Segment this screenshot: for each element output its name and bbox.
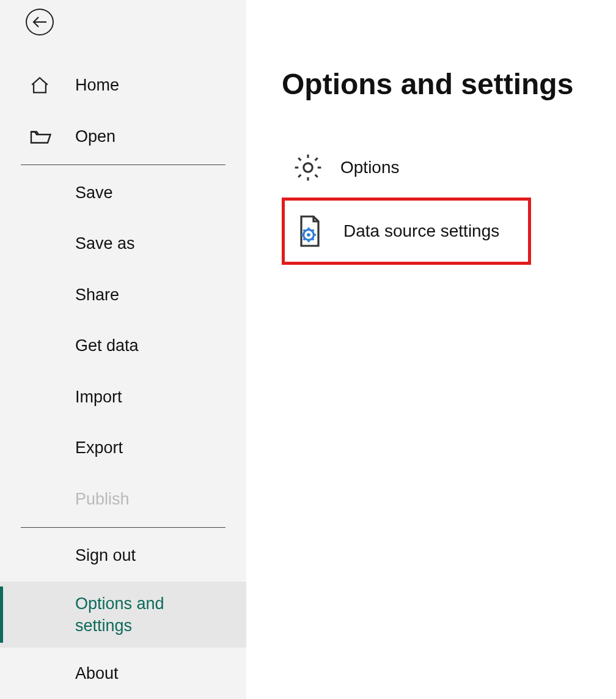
sidebar-item-label: Home [75, 76, 119, 95]
divider [21, 527, 226, 528]
sidebar-item-about[interactable]: About [0, 648, 246, 698]
sidebar-item-share[interactable]: Share [0, 270, 246, 320]
home-icon [29, 75, 50, 96]
main-panel: Options and settings Options [246, 0, 616, 699]
sidebar-item-label: Save as [75, 234, 135, 253]
sidebar-item-save-as[interactable]: Save as [0, 218, 246, 269]
sidebar-item-label: Import [75, 388, 122, 407]
svg-line-8 [304, 230, 305, 231]
sidebar-item-sign-out[interactable]: Sign out [0, 530, 246, 581]
option-label: Options [340, 158, 400, 177]
option-options[interactable]: Options [282, 138, 531, 198]
svg-line-10 [304, 239, 305, 240]
divider [21, 165, 226, 165]
sidebar-item-label: Publish [75, 490, 130, 509]
sidebar-item-home[interactable]: Home [0, 60, 246, 111]
svg-point-3 [307, 233, 310, 237]
sidebar-item-import[interactable]: Import [0, 372, 246, 423]
sidebar-item-open[interactable]: Open [0, 111, 246, 161]
svg-line-11 [312, 230, 314, 231]
svg-point-1 [304, 163, 312, 172]
sidebar-item-label: Get data [75, 336, 139, 355]
option-label: Data source settings [343, 221, 499, 241]
sidebar-item-options-and-settings[interactable]: Options and settings [0, 582, 246, 648]
sidebar-item-label: About [75, 664, 119, 683]
sidebar-item-label: Options and settings [75, 593, 204, 637]
document-gear-icon [295, 214, 325, 248]
sidebar-item-save[interactable]: Save [0, 168, 246, 218]
gear-icon [292, 151, 324, 184]
sidebar-item-label: Open [75, 127, 116, 146]
page-title: Options and settings [282, 67, 616, 101]
sidebar: Home Open Save Save as Share Get data Im… [0, 0, 246, 699]
svg-line-9 [312, 239, 314, 240]
arrow-left-icon [32, 15, 48, 29]
sidebar-item-publish: Publish [0, 474, 246, 525]
folder-open-icon [29, 127, 51, 146]
sidebar-item-label: Share [75, 286, 119, 305]
sidebar-item-label: Save [75, 183, 113, 202]
sidebar-item-export[interactable]: Export [0, 423, 246, 473]
sidebar-item-get-data[interactable]: Get data [0, 320, 246, 371]
option-data-source-settings[interactable]: Data source settings [282, 198, 531, 265]
back-button[interactable] [26, 9, 54, 35]
sidebar-item-label: Export [75, 438, 123, 457]
sidebar-item-label: Sign out [75, 546, 136, 565]
